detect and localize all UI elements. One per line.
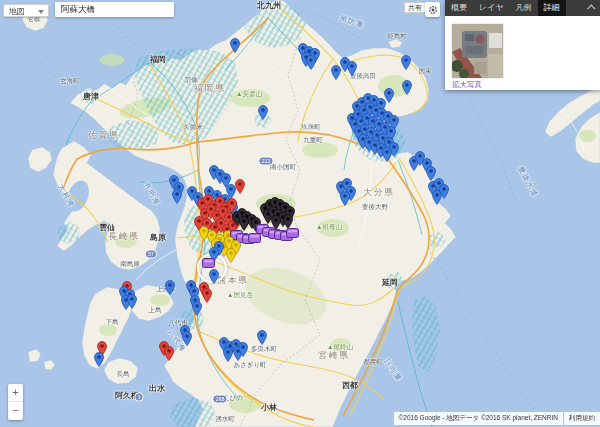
map-pin-red[interactable]	[202, 288, 212, 303]
map-pin-blue[interactable]	[182, 331, 192, 346]
map-pin-blue[interactable]	[127, 294, 137, 309]
map-pin-blue[interactable]	[382, 147, 392, 162]
zoom-in-button[interactable]: +	[8, 384, 23, 401]
terms-link[interactable]: 利用規約	[564, 412, 600, 425]
panel-tab-2[interactable]: 凡例	[510, 0, 538, 16]
enlarge-photo-link[interactable]: 拡大写真	[452, 80, 482, 90]
map-type-label: 地図	[9, 7, 25, 16]
panel-tab-3[interactable]: 詳細	[538, 0, 566, 16]
map-pin-blue[interactable]	[384, 88, 394, 103]
info-panel: 概要レイヤ凡例詳細 拡大写真	[445, 0, 600, 90]
map-pin-blue[interactable]	[238, 342, 248, 357]
map-app: 北九州福岡福岡県宗像玄海町唐津佐賀県久留米壱岐周防灘姫島村豊後高田国東▲英彦山玖…	[0, 0, 600, 427]
search-input[interactable]	[55, 2, 174, 17]
map-pin-blue[interactable]	[306, 55, 316, 70]
map-pin-black[interactable]	[239, 216, 249, 231]
map-pin-blue[interactable]	[258, 105, 268, 120]
map-pin-blue[interactable]	[223, 347, 233, 362]
attribution-bar: ©2016 Google - 地図データ ©2016 SK planet, ZE…	[394, 412, 600, 425]
zoom-out-button[interactable]: −	[8, 401, 23, 419]
map-pin-red[interactable]	[164, 346, 174, 361]
chevron-down-icon	[38, 10, 44, 14]
map-pin-blue[interactable]	[94, 352, 104, 367]
map-pin-blue[interactable]	[172, 189, 182, 204]
panel-tab-1[interactable]: レイヤ	[473, 0, 510, 16]
map-pin-blue[interactable]	[257, 330, 267, 345]
map-pin-red[interactable]	[235, 179, 245, 194]
chevron-up-icon	[587, 4, 595, 12]
map-pin-yellow[interactable]	[226, 248, 236, 263]
map-pin-blue[interactable]	[401, 55, 411, 70]
panel-detail-body: 拡大写真	[445, 16, 600, 90]
map-pin-blue[interactable]	[432, 190, 442, 205]
street-view-compass-button[interactable]	[425, 2, 440, 17]
share-button[interactable]: 共有	[404, 2, 426, 13]
collapse-panel-button[interactable]	[584, 0, 600, 16]
map-pin-blue[interactable]	[192, 301, 202, 316]
map-pin-blue[interactable]	[347, 61, 357, 76]
map-pin-blue[interactable]	[209, 269, 219, 284]
map-pin-blue[interactable]	[402, 80, 412, 95]
detail-photo-thumbnail[interactable]	[452, 24, 503, 78]
zoom-control: + −	[8, 384, 23, 420]
compass-icon	[428, 5, 438, 15]
map-pin-blue[interactable]	[340, 191, 350, 206]
map-photo-marker[interactable]	[286, 228, 296, 243]
map-pin-black[interactable]	[283, 214, 293, 229]
copyright-text: ©2016 Google - 地図データ ©2016 SK planet, ZE…	[394, 412, 563, 425]
map-pin-blue[interactable]	[230, 38, 240, 53]
map-pin-blue[interactable]	[165, 280, 175, 295]
panel-tabs: 概要レイヤ凡例詳細	[445, 0, 600, 16]
map-type-dropdown[interactable]: 地図	[3, 4, 49, 17]
panel-tab-0[interactable]: 概要	[445, 0, 473, 16]
